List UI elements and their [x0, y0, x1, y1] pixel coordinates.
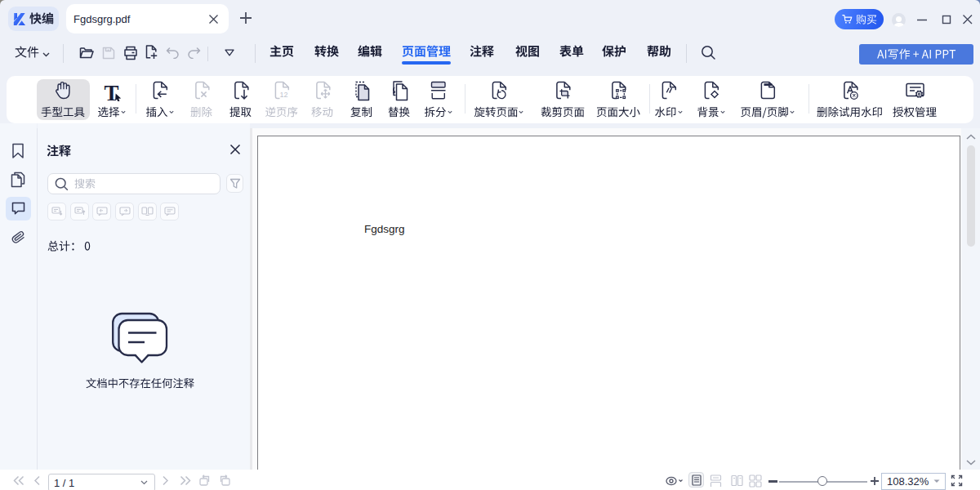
svg-text:12: 12 — [280, 91, 288, 99]
